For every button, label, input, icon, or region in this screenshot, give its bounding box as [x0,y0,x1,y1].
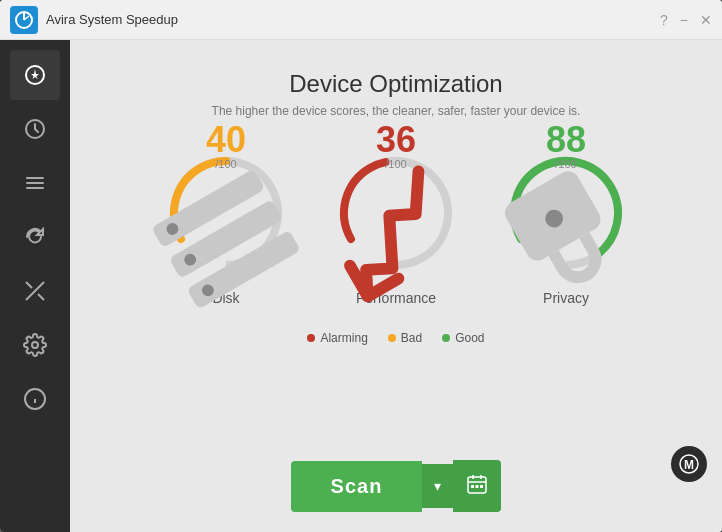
legend-alarming-dot [307,334,315,342]
disk-gauge-circle: 40 /100 [161,148,291,278]
sidebar-item-dashboard[interactable] [10,50,60,100]
page-title: Device Optimization [289,70,502,98]
svg-rect-32 [471,485,474,488]
content-area: Device Optimization The higher the devic… [70,40,722,532]
legend-alarming-label: Alarming [320,331,367,345]
close-button[interactable]: ✕ [700,13,712,27]
disk-gauge: 40 /100 [161,148,291,306]
performance-score-center: 36 /100 [331,122,461,304]
floating-badge[interactable]: M [671,446,707,482]
legend-bad-label: Bad [401,331,422,345]
legend-good-dot [442,334,450,342]
chevron-down-icon: ▾ [434,478,441,494]
performance-score: 36 [331,122,461,158]
sidebar [0,40,70,532]
sidebar-item-tasks[interactable] [10,158,60,208]
calendar-icon [467,474,487,494]
privacy-score-center: 88 /100 [501,122,631,304]
scan-dropdown-button[interactable]: ▾ [422,464,453,508]
disk-score: 40 [161,122,291,158]
privacy-gauge-circle: 88 /100 [501,148,631,278]
page-subtitle: The higher the device scores, the cleane… [212,104,581,118]
disk-score-center: 40 /100 [161,122,291,304]
svg-rect-33 [476,485,479,488]
performance-gauge: 36 /100 Performance [331,148,461,306]
legend-bad: Bad [388,331,422,345]
scan-calendar-button[interactable] [453,460,501,512]
legend-good-label: Good [455,331,484,345]
legend-bad-dot [388,334,396,342]
window-controls: ? − ✕ [660,13,712,27]
legend-alarming: Alarming [307,331,367,345]
legend: Alarming Bad Good [307,331,484,345]
main-layout: Device Optimization The higher the devic… [0,40,722,532]
help-button[interactable]: ? [660,13,668,27]
performance-gauge-circle: 36 /100 [331,148,461,278]
svg-text:M: M [684,458,694,472]
badge-icon: M [679,454,699,474]
sidebar-item-settings[interactable] [10,320,60,370]
svg-line-8 [26,282,32,288]
svg-line-9 [38,294,44,300]
scan-button[interactable]: Scan [291,461,423,512]
app-icon [10,6,38,34]
sidebar-item-history[interactable] [10,104,60,154]
sidebar-item-tools[interactable] [10,266,60,316]
gauges-row: 40 /100 [161,148,631,306]
privacy-score: 88 [501,122,631,158]
svg-rect-5 [26,182,44,184]
disk-icon [161,174,291,304]
svg-rect-6 [26,187,44,189]
minimize-button[interactable]: − [680,13,688,27]
window-title: Avira System Speedup [46,12,660,27]
svg-point-10 [32,342,38,348]
scan-button-row: Scan ▾ [291,460,502,512]
sidebar-item-refresh[interactable] [10,212,60,262]
performance-icon [331,174,461,304]
svg-rect-4 [26,177,44,179]
sidebar-item-info[interactable] [10,374,60,424]
app-window: Avira System Speedup ? − ✕ [0,0,722,532]
svg-rect-34 [480,485,483,488]
privacy-icon [501,174,631,304]
legend-good: Good [442,331,484,345]
privacy-gauge: 88 /100 Privacy [501,148,631,306]
titlebar: Avira System Speedup ? − ✕ [0,0,722,40]
